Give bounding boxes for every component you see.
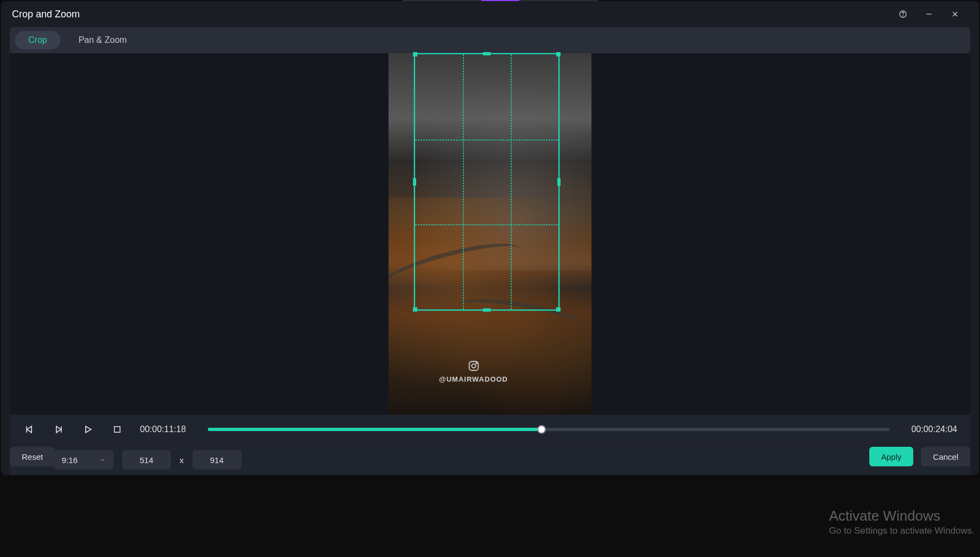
play-button[interactable] [81,423,94,436]
timeline-track[interactable] [208,428,890,431]
dialog-footer: Reset Apply Cancel [10,447,970,466]
close-button[interactable] [942,3,968,25]
crop-handle-mid-left[interactable] [413,178,416,186]
apply-button[interactable]: Apply [869,447,914,466]
crop-handle-bottom-left[interactable] [413,307,417,312]
crop-preview-area[interactable]: @UMAIRWADOOD [10,53,970,415]
cancel-button[interactable]: Cancel [921,447,970,466]
mode-tab-strip: Crop Pan & Zoom [10,27,970,53]
prev-frame-icon [24,424,35,435]
tab-crop[interactable]: Crop [15,31,60,49]
svg-marker-12 [86,426,91,433]
playback-transport: 00:00:11:18 00:00:24:04 [10,415,970,444]
help-button[interactable] [890,3,916,25]
reset-button[interactable]: Reset [10,447,55,466]
current-time: 00:00:11:18 [140,425,186,434]
svg-point-6 [472,364,475,368]
activation-title: Activate Windows [829,508,975,524]
crop-handle-top-left[interactable] [413,52,417,56]
help-icon [899,10,907,18]
windows-activation-watermark: Activate Windows Go to Settings to activ… [829,508,975,536]
svg-point-1 [903,16,903,16]
crop-zoom-window: Crop and Zoom Crop Pan & Zoom @UMAIRWADO… [1,1,979,475]
activation-subtitle: Go to Settings to activate Windows. [829,526,975,536]
crop-rectangle[interactable] [414,53,559,311]
watermark-handle: @UMAIRWADOOD [439,375,508,383]
crop-handle-bottom-right[interactable] [556,307,561,312]
next-frame-button[interactable] [52,423,65,436]
svg-point-7 [476,363,477,364]
crop-handle-top-right[interactable] [556,52,561,56]
close-icon [951,10,959,18]
svg-marker-8 [27,426,31,433]
timeline-progress [208,428,542,431]
watermark: @UMAIRWADOOD [439,360,508,384]
instagram-icon [468,360,480,372]
crop-handle-top-mid[interactable] [483,52,491,55]
window-title: Crop and Zoom [12,9,890,20]
svg-marker-10 [56,426,61,433]
stop-button[interactable] [111,423,124,436]
minimize-icon [925,10,933,18]
timeline-scrubber[interactable] [537,425,546,434]
titlebar: Crop and Zoom [1,1,979,27]
next-frame-icon [53,424,64,435]
svg-rect-13 [114,427,120,433]
crop-handle-bottom-mid[interactable] [483,308,491,312]
stop-icon [112,425,122,434]
prev-frame-button[interactable] [23,423,36,436]
tab-pan-zoom[interactable]: Pan & Zoom [66,31,140,49]
minimize-button[interactable] [916,3,942,25]
total-time: 00:00:24:04 [911,425,957,434]
crop-handle-mid-right[interactable] [557,178,561,186]
play-icon [82,424,93,435]
